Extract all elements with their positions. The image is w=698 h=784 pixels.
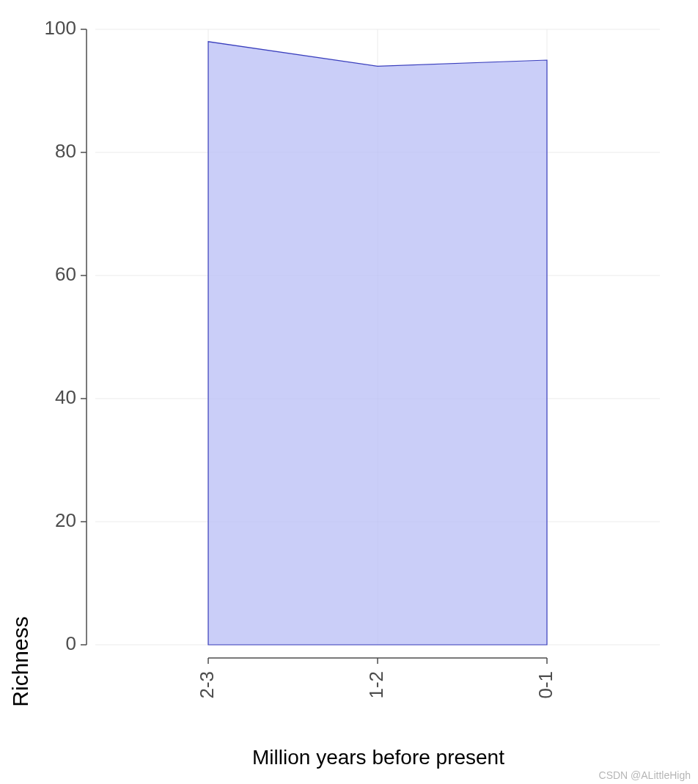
x-tick-label: 1-2 — [365, 671, 387, 699]
x-tick-label: 2-3 — [196, 671, 218, 699]
y-axis-label-container: Richness — [7, 0, 34, 674]
area-series — [208, 42, 547, 645]
y-tick-label: 60 — [55, 263, 76, 285]
x-tick-label: 0-1 — [534, 671, 556, 699]
y-tick-label: 100 — [45, 17, 76, 39]
y-tick-label: 80 — [55, 140, 76, 162]
y-tick-label: 40 — [55, 386, 76, 408]
area-chart: 0204060801002-31-20-1 — [0, 0, 698, 784]
y-axis-label: Richness — [8, 616, 33, 706]
x-axis-label: Million years before present — [88, 746, 669, 769]
watermark-text: CSDN @ALittleHigh — [599, 769, 691, 781]
y-tick-label: 20 — [55, 509, 76, 531]
chart-container: 0204060801002-31-20-1 Richness Million y… — [0, 0, 698, 784]
y-tick-label: 0 — [66, 632, 76, 654]
